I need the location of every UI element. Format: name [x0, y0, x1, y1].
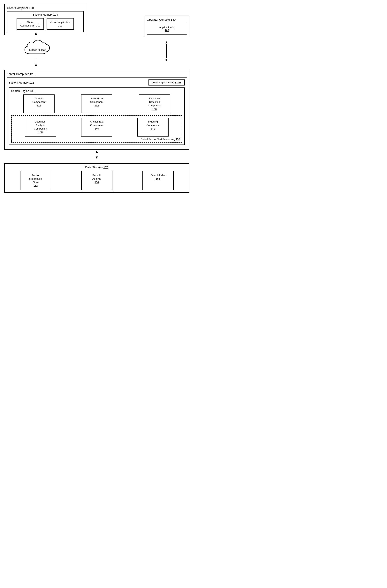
- server-memory-box: System Memory 122 Server Application(s) …: [7, 77, 187, 147]
- anchor-information-store-box: AnchorInformationStore152: [20, 171, 51, 190]
- system-memory-client-label: System Memory 104: [9, 13, 82, 16]
- rebuild-agenda-box: RebuildAgenda154: [81, 171, 112, 190]
- server-applications-box: Server Application(s) 160: [149, 80, 185, 85]
- svg-text:Network 190: Network 190: [29, 48, 45, 51]
- diagram: Client Computer 100 System Memory 104 Cl…: [4, 4, 189, 290]
- document-analysis-component-box: DocumentAnalysisComponent136: [25, 118, 56, 137]
- search-index-box: Search Index156: [142, 171, 174, 190]
- system-memory-client-box: System Memory 104 ClientApplication(s) 1…: [7, 11, 84, 32]
- data-store-box: Data Store(s) 170 AnchorInformationStore…: [4, 163, 189, 193]
- crawler-component-box: CrawlerComponent132: [23, 94, 55, 113]
- client-application-box: ClientApplication(s) 110: [17, 18, 44, 30]
- viewer-application-box: Viewer Application112: [46, 18, 74, 30]
- operator-applications-box: Application(s)182: [147, 23, 187, 35]
- indexing-component-box: IndexingComponent142: [137, 118, 169, 137]
- network-cloud-icon: Network 190: [22, 37, 53, 59]
- client-computer-box: Client Computer 100 System Memory 104 Cl…: [4, 4, 86, 35]
- anchor-text-component-box: Anchor TextComponent140: [81, 118, 112, 137]
- server-computer-label: Server Computer 120: [7, 72, 187, 76]
- client-computer-label: Client Computer 100: [7, 6, 84, 10]
- static-rank-component-box: Static RankComponent134: [81, 94, 112, 113]
- global-anchor-text-processing-box: DocumentAnalysisComponent136 Anchor Text…: [11, 115, 182, 143]
- data-store-label: Data Store(s) 170: [7, 166, 187, 169]
- duplicate-detection-component-box: DuplicateDetectionComponent138: [139, 94, 170, 113]
- search-engine-label: Search Engine 130: [11, 89, 182, 92]
- operator-console-label: Operator Console 180: [147, 18, 187, 21]
- server-to-datastore-arrow: ▲ ▼: [4, 149, 189, 159]
- global-anchor-label: Global Anchor Text Processing 150: [14, 138, 180, 141]
- search-engine-box: Search Engine 130 CrawlerComponent132 St…: [9, 87, 185, 145]
- server-computer-box: Server Computer 120 System Memory 122 Se…: [4, 70, 189, 149]
- operator-console-box: Operator Console 180 Application(s)182: [145, 16, 189, 37]
- server-memory-label: System Memory 122: [9, 81, 34, 84]
